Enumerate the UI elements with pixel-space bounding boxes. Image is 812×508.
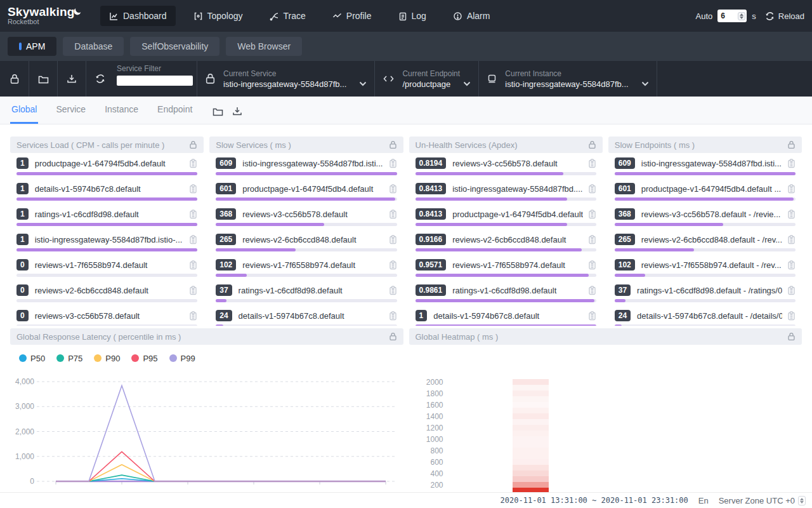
copy-icon[interactable] <box>588 210 596 219</box>
copy-icon[interactable] <box>787 235 796 244</box>
latency-line-chart[interactable]: 01,0002,0003,0004,000 <box>10 364 398 491</box>
auto-interval-input[interactable]: 6 <box>717 10 747 22</box>
selector-current-instance[interactable]: Current Instanceistio-ingressgateway-558… <box>479 61 656 97</box>
copy-icon[interactable] <box>588 260 596 270</box>
number-stepper[interactable] <box>738 12 745 20</box>
nav-item-trace[interactable]: Trace <box>261 6 315 26</box>
lock-icon[interactable] <box>588 140 596 149</box>
nav-item-log[interactable]: Log <box>390 6 435 26</box>
copy-icon[interactable] <box>588 235 596 244</box>
list-item[interactable]: 368reviews-v3-cc56b578.default - /revie.… <box>610 204 801 229</box>
copy-icon[interactable] <box>787 210 796 219</box>
list-item[interactable]: 0.9861ratings-v1-c6cdf8d98.default <box>410 280 601 305</box>
legend-item-p95[interactable]: P95 <box>131 354 157 363</box>
tab-global[interactable]: Global <box>10 98 38 124</box>
folder-icon[interactable] <box>213 107 223 116</box>
heatmap-cell[interactable] <box>513 413 549 419</box>
copy-icon[interactable] <box>588 286 596 295</box>
selector-current-service[interactable]: Current Serviceistio-ingressgateway-5584… <box>197 61 374 97</box>
list-item[interactable]: 0.8413productpage-v1-64794f5db4.default <box>410 204 601 229</box>
heatmap-cell[interactable] <box>513 459 549 465</box>
heatmap-cell[interactable] <box>513 482 549 488</box>
heatmap-chart[interactable]: 0200400600800100012001400160018002000 <box>409 345 802 492</box>
list-item[interactable]: 0reviews-v2-6cb6ccd848.default <box>11 280 202 305</box>
heatmap-cell[interactable] <box>513 396 549 402</box>
nav-item-dashboard[interactable]: Dashboard <box>100 6 176 26</box>
copy-icon[interactable] <box>389 159 397 168</box>
copy-icon[interactable] <box>189 159 197 168</box>
copy-icon[interactable] <box>189 311 197 321</box>
copy-icon[interactable] <box>787 311 796 321</box>
copy-icon[interactable] <box>189 210 197 219</box>
heatmap-cell[interactable] <box>513 436 549 442</box>
copy-icon[interactable] <box>189 184 197 194</box>
copy-icon[interactable] <box>389 235 397 244</box>
legend-item-p90[interactable]: P90 <box>94 354 120 363</box>
page-tab-web-browser[interactable]: Web Browser <box>226 37 302 56</box>
list-item[interactable]: 1productpage-v1-64794f5db4.default <box>11 153 202 178</box>
reload-button[interactable]: Reload <box>765 11 804 21</box>
copy-icon[interactable] <box>189 286 197 295</box>
nav-item-alarm[interactable]: Alarm <box>444 6 499 26</box>
lock-icon[interactable] <box>389 332 397 341</box>
service-filter-input[interactable] <box>117 76 193 86</box>
page-tab-selfobservability[interactable]: SelfObservability <box>130 37 219 56</box>
heatmap-cell[interactable] <box>513 425 549 431</box>
time-range-picker[interactable]: 2020-11-01 13:31:00 ~ 2020-11-01 23:31:0… <box>501 496 688 505</box>
heatmap-cell[interactable] <box>513 431 549 436</box>
tab-endpoint[interactable]: Endpoint <box>156 98 193 124</box>
heatmap-cell[interactable] <box>513 448 549 453</box>
list-item[interactable]: 609istio-ingressgateway-5584d87fbd.isti.… <box>211 153 402 178</box>
export-dashboard-button[interactable] <box>57 61 86 97</box>
page-tab-apm[interactable]: APM <box>8 37 56 56</box>
list-item[interactable]: 102reviews-v1-7f6558b974.default <box>211 255 402 280</box>
heatmap-cell[interactable] <box>513 391 549 396</box>
copy-icon[interactable] <box>389 311 397 321</box>
list-item[interactable]: 601productpage-v1-64794f5db4.default ... <box>610 178 801 204</box>
page-tab-database[interactable]: Database <box>63 37 124 56</box>
copy-icon[interactable] <box>787 286 796 295</box>
list-item[interactable]: 24details-v1-5974b67c8.default <box>211 305 402 326</box>
list-item[interactable]: 0.8194reviews-v3-cc56b578.default <box>410 153 601 178</box>
copy-icon[interactable] <box>787 159 796 168</box>
heatmap-cell[interactable] <box>513 419 549 425</box>
copy-icon[interactable] <box>389 184 397 194</box>
legend-item-p75[interactable]: P75 <box>56 354 82 363</box>
list-item[interactable]: 601productpage-v1-64794f5db4.default <box>211 178 402 204</box>
list-item[interactable]: 0.9571reviews-v1-7f6558b974.default <box>410 255 601 280</box>
lock-icon[interactable] <box>189 140 197 149</box>
heatmap-cell[interactable] <box>513 471 549 476</box>
nav-item-topology[interactable]: Topology <box>185 6 252 26</box>
tab-instance[interactable]: Instance <box>103 98 140 124</box>
heatmap-cell[interactable] <box>513 408 549 413</box>
list-item[interactable]: 609istio-ingressgateway-5584d87fbd.isti.… <box>610 153 801 178</box>
refresh-templates-button[interactable] <box>86 61 114 97</box>
list-item[interactable]: 102reviews-v1-7f6558b974.default - /rev.… <box>610 255 801 280</box>
timezone-stepper[interactable] <box>798 496 806 505</box>
download-icon[interactable] <box>232 106 242 116</box>
heatmap-cell[interactable] <box>513 488 549 492</box>
list-item[interactable]: 0reviews-v1-7f6558b974.default <box>11 255 202 280</box>
copy-icon[interactable] <box>189 260 197 270</box>
copy-icon[interactable] <box>787 260 796 270</box>
legend-item-p50[interactable]: P50 <box>19 354 45 363</box>
tab-service[interactable]: Service <box>55 98 87 124</box>
list-item[interactable]: 1ratings-v1-c6cdf8d98.default <box>11 204 202 229</box>
copy-icon[interactable] <box>588 184 596 194</box>
list-item[interactable]: 1details-v1-5974b67c8.default <box>410 305 601 326</box>
heatmap-cell[interactable] <box>513 402 549 408</box>
copy-icon[interactable] <box>588 311 596 321</box>
heatmap-cell[interactable] <box>513 453 549 459</box>
list-item[interactable]: 0.8413istio-ingressgateway-5584d87fbd...… <box>410 178 601 204</box>
list-item[interactable]: 0reviews-v3-cc56b578.default <box>11 305 202 326</box>
heatmap-cell[interactable] <box>513 385 549 391</box>
lock-icon[interactable] <box>787 140 796 149</box>
selector-current-endpoint[interactable]: Current Endpoint/productpage <box>375 61 478 97</box>
list-item[interactable]: 368reviews-v3-cc56b578.default <box>211 204 402 229</box>
heatmap-cell[interactable] <box>513 379 549 385</box>
heatmap-cell[interactable] <box>513 465 549 471</box>
nav-item-profile[interactable]: Profile <box>324 6 381 26</box>
import-dashboard-button[interactable] <box>29 61 57 97</box>
heatmap-cell[interactable] <box>513 476 549 482</box>
list-item[interactable]: 265reviews-v2-6cb6ccd848.default <box>211 229 402 255</box>
